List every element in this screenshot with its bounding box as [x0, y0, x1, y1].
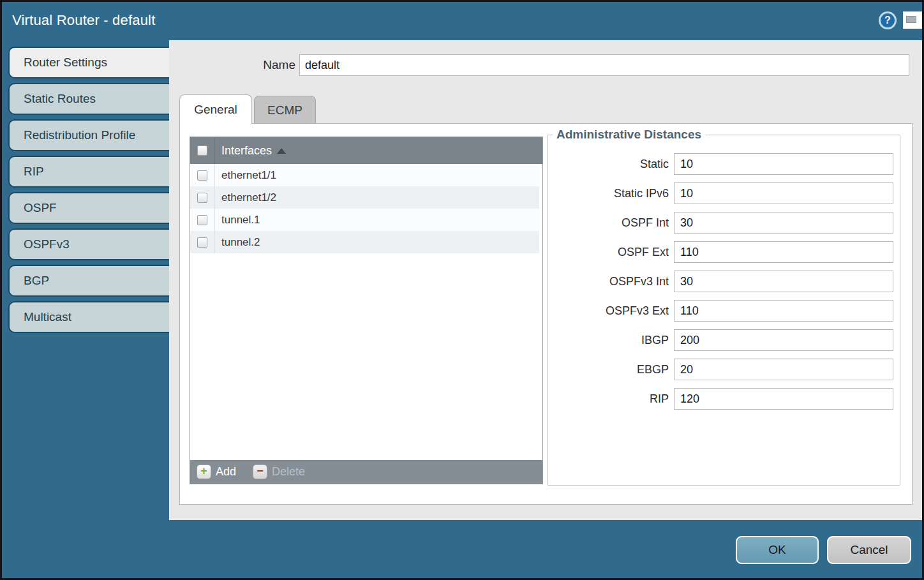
- interfaces-toolbar: + Add − Delete: [190, 460, 542, 484]
- ospf-int-label: OSPF Int: [548, 216, 669, 230]
- help-icon[interactable]: ?: [879, 11, 897, 29]
- admin-distance-row: OSPFv3 Int: [548, 271, 900, 292]
- rip-label: RIP: [548, 392, 669, 406]
- cancel-button[interactable]: Cancel: [827, 536, 911, 564]
- rip-input[interactable]: [674, 388, 893, 410]
- administrative-distances-title: Administrative Distances: [553, 128, 705, 142]
- ospf-ext-label: OSPF Ext: [548, 246, 669, 259]
- ospf-ext-input[interactable]: [674, 241, 893, 263]
- admin-distance-row: RIP: [548, 388, 900, 410]
- interfaces-header[interactable]: Interfaces: [190, 137, 542, 164]
- admin-distance-row: Static: [548, 153, 900, 175]
- static-ipv6-input[interactable]: [674, 182, 893, 204]
- maximize-icon[interactable]: [903, 11, 922, 29]
- delete-button[interactable]: − Delete: [253, 465, 305, 479]
- interfaces-rows: ethernet1/1 ethernet1/2 tunnel.1: [190, 164, 542, 460]
- ospfv3-int-label: OSPFv3 Int: [548, 275, 669, 288]
- table-row[interactable]: tunnel.2: [190, 231, 539, 253]
- ibgp-label: IBGP: [548, 334, 669, 347]
- interfaces-column-header[interactable]: Interfaces: [221, 144, 272, 158]
- row-checkbox[interactable]: [197, 170, 207, 181]
- row-checkbox-cell: [190, 186, 215, 209]
- ospf-int-input[interactable]: [674, 212, 893, 234]
- ospfv3-ext-input[interactable]: [674, 300, 893, 322]
- static-label: Static: [548, 158, 669, 171]
- tab-general[interactable]: General: [179, 94, 252, 124]
- table-row[interactable]: ethernet1/1: [190, 164, 539, 186]
- sort-ascending-icon: [277, 148, 286, 154]
- sidebar-item-redistribution-profile[interactable]: Redistribution Profile: [8, 119, 169, 151]
- sidebar-item-router-settings[interactable]: Router Settings: [8, 47, 169, 78]
- static-input[interactable]: [674, 153, 893, 175]
- table-row[interactable]: tunnel.1: [190, 209, 539, 231]
- admin-distance-row: OSPFv3 Ext: [548, 300, 900, 322]
- tab-ecmp[interactable]: ECMP: [254, 96, 316, 124]
- interfaces-table: Interfaces ethernet1/1 ethernet: [190, 137, 543, 484]
- row-checkbox-cell: [190, 209, 215, 231]
- admin-distance-row: IBGP: [548, 329, 900, 351]
- sidebar-item-ospf[interactable]: OSPF: [8, 192, 169, 224]
- name-label: Name: [207, 58, 295, 72]
- maximize-icon-inner: [906, 16, 916, 23]
- add-button-label: Add: [216, 465, 236, 479]
- select-all-checkbox[interactable]: [197, 145, 207, 156]
- interface-name: tunnel.1: [221, 214, 260, 227]
- delete-minus-icon: −: [253, 465, 267, 479]
- delete-button-label: Delete: [272, 465, 305, 479]
- admin-distance-row: OSPF Ext: [548, 241, 900, 263]
- sidebar-item-bgp[interactable]: BGP: [8, 265, 169, 297]
- sidebar-item-multicast[interactable]: Multicast: [8, 301, 169, 333]
- ebgp-label: EBGP: [548, 363, 669, 376]
- interface-name: ethernet1/2: [221, 191, 276, 204]
- sidebar-item-ospfv3[interactable]: OSPFv3: [8, 228, 169, 260]
- row-checkbox[interactable]: [197, 237, 207, 248]
- dialog-title: Virtual Router - default: [12, 12, 156, 29]
- admin-distance-row: EBGP: [548, 359, 900, 380]
- ebgp-input[interactable]: [674, 359, 893, 380]
- admin-distance-row: Static IPv6: [548, 182, 900, 204]
- general-tab-panel: Interfaces ethernet1/1 ethernet: [179, 123, 913, 505]
- select-all-cell: [190, 137, 215, 164]
- admin-distance-row: OSPF Int: [548, 212, 900, 234]
- row-checkbox-cell: [190, 231, 215, 253]
- ok-button[interactable]: OK: [736, 536, 819, 564]
- sidebar-item-static-routes[interactable]: Static Routes: [8, 83, 169, 115]
- content-area: Name ECMP General Interfaces: [169, 40, 922, 520]
- static-ipv6-label: Static IPv6: [548, 187, 669, 200]
- ospfv3-int-input[interactable]: [674, 271, 893, 292]
- row-checkbox[interactable]: [197, 215, 207, 225]
- add-plus-icon: +: [197, 465, 211, 479]
- administrative-distances-group: Administrative Distances Static Static I…: [547, 128, 900, 486]
- add-button[interactable]: + Add: [197, 465, 236, 479]
- ibgp-input[interactable]: [674, 329, 893, 351]
- table-row[interactable]: ethernet1/2: [190, 186, 539, 209]
- sidebar-item-rip[interactable]: RIP: [8, 156, 169, 188]
- ospfv3-ext-label: OSPFv3 Ext: [548, 304, 669, 318]
- interface-name: ethernet1/1: [221, 169, 276, 182]
- name-input[interactable]: [299, 54, 909, 76]
- row-checkbox-cell: [190, 164, 215, 186]
- virtual-router-dialog: Virtual Router - default ? Router Settin…: [0, 0, 924, 580]
- interface-name: tunnel.2: [221, 236, 260, 249]
- row-checkbox[interactable]: [197, 193, 207, 203]
